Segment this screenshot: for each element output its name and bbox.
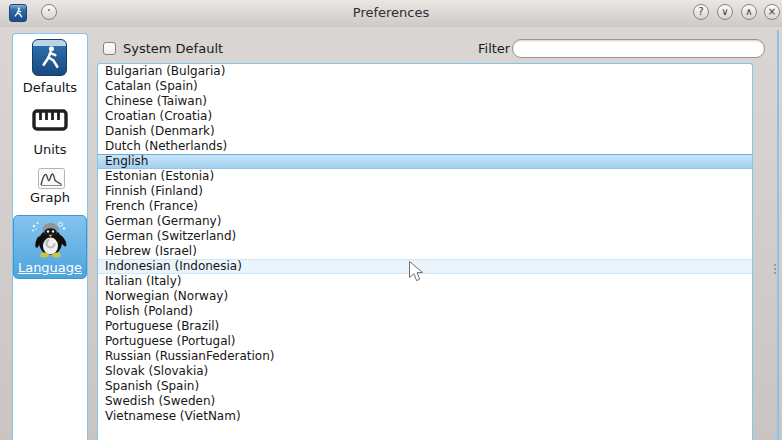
list-item[interactable]: French (France) (98, 199, 752, 214)
splitter-grip[interactable] (774, 264, 777, 276)
list-item[interactable]: Dutch (Netherlands) (98, 139, 752, 154)
sidebar-item-label: Graph (13, 190, 87, 205)
list-item[interactable]: Spanish (Spain) (98, 379, 752, 394)
preferences-window: { "window": { "title": "Preferences", "b… (0, 0, 782, 440)
graph-icon (38, 168, 65, 189)
right-edge-glow (777, 30, 779, 440)
list-item[interactable]: Portuguese (Portugal) (98, 334, 752, 349)
titlebar[interactable]: Preferences ? ∨ ∧ × (0, 0, 782, 27)
filter-input[interactable] (512, 39, 765, 58)
list-item[interactable]: Portuguese (Brazil) (98, 319, 752, 334)
help-button[interactable]: ? (693, 4, 709, 20)
list-item[interactable]: Croatian (Croatia) (98, 109, 752, 124)
ruler-icon (31, 104, 69, 136)
sidebar-item-label: Language (14, 260, 86, 275)
list-item[interactable]: Swedish (Sweden) (98, 394, 752, 409)
list-item[interactable]: Vietnamese (VietNam) (98, 409, 752, 424)
pin-button[interactable] (41, 4, 57, 20)
list-item[interactable]: Chinese (Taiwan) (98, 94, 752, 109)
language-list[interactable]: Bulgarian (Bulgaria)Catalan (Spain)Chine… (97, 63, 753, 440)
sidebar-item-language[interactable]: Language (13, 215, 87, 279)
app-diver-icon[interactable] (9, 4, 27, 22)
list-item[interactable]: Russian (RussianFederation) (98, 349, 752, 364)
minimize-button[interactable]: ∨ (717, 4, 733, 20)
mouse-cursor (408, 261, 426, 283)
sidebar-item-label: Units (13, 142, 87, 157)
list-item[interactable]: Slovak (Slovakia) (98, 364, 752, 379)
list-item[interactable]: Catalan (Spain) (98, 79, 752, 94)
filter-label: Filter (478, 41, 510, 56)
list-item[interactable]: Norwegian (Norway) (98, 289, 752, 304)
sidebar: Defaults Units Graph (12, 33, 88, 440)
window-title: Preferences (0, 0, 782, 27)
list-item[interactable]: German (Germany) (98, 214, 752, 229)
list-item[interactable]: Estonian (Estonia) (98, 169, 752, 184)
close-button[interactable]: × (764, 4, 780, 20)
system-default-checkbox[interactable] (103, 42, 116, 55)
sidebar-item-label: Defaults (13, 80, 87, 95)
list-item[interactable]: German (Switzerland) (98, 229, 752, 244)
list-item[interactable]: Bulgarian (Bulgaria) (98, 64, 752, 79)
list-item[interactable]: Danish (Denmark) (98, 124, 752, 139)
list-item[interactable]: Hebrew (Israel) (98, 244, 752, 259)
list-item[interactable]: Polish (Poland) (98, 304, 752, 319)
diver-icon (32, 39, 67, 76)
list-item[interactable]: Finnish (Finland) (98, 184, 752, 199)
penguin-icon (29, 218, 72, 258)
maximize-button[interactable]: ∧ (741, 4, 757, 20)
diver-glyph (10, 5, 26, 21)
system-default-label[interactable]: System Default (123, 41, 223, 56)
list-item[interactable]: English (98, 154, 752, 169)
